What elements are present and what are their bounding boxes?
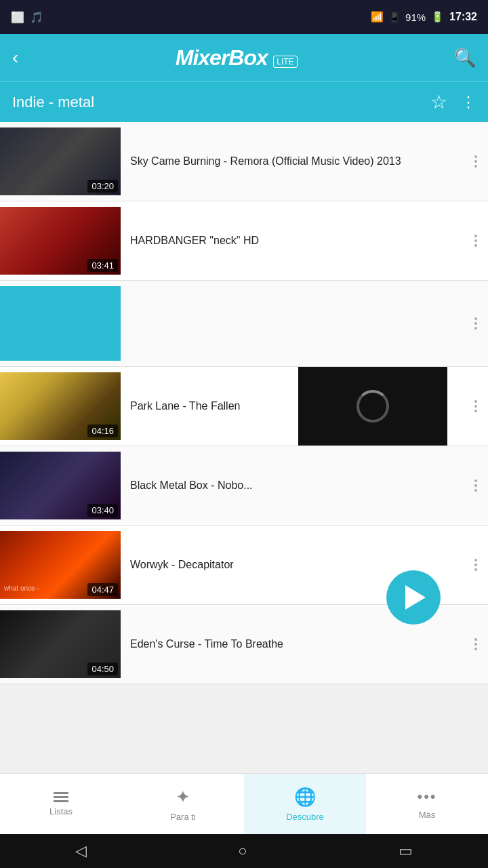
thumbnail: 03:41 <box>0 207 121 275</box>
thumbnail <box>0 286 121 361</box>
song-more-button[interactable] <box>472 553 480 576</box>
app-icon-1: ⬜ <box>11 11 24 24</box>
thumbnail: 03:20 <box>0 127 121 195</box>
song-title: HARDBANGER "neck" HD <box>130 235 259 246</box>
list-icon <box>54 792 68 802</box>
back-button[interactable]: ‹ <box>12 47 18 68</box>
thumbnail: 04:16 <box>0 372 121 440</box>
list-item[interactable]: 04:16 Park Lane - The Fallen <box>0 367 488 446</box>
top-bar: ‹ MixerBox LITE 🔍 <box>0 34 488 81</box>
nav-descubre[interactable]: 🌐 Descubre <box>244 774 366 834</box>
thumbnail-placeholder <box>0 286 121 361</box>
list-item[interactable]: what once - 04:47 Worwyk - Decapitator <box>0 526 488 605</box>
playlist-title: Indie - metal <box>12 94 94 111</box>
song-title: Worwyk - Decapitator <box>130 559 234 570</box>
loading-spinner <box>357 390 389 422</box>
nav-mas[interactable]: ••• Más <box>366 774 488 834</box>
play-icon <box>405 585 426 610</box>
battery-icon: 🔋 <box>431 11 444 23</box>
mas-icon: ••• <box>417 788 436 806</box>
song-title: Sky Came Burning - Remora (Official Musi… <box>130 155 401 167</box>
duration-badge: 03:40 <box>87 504 118 517</box>
list-item[interactable]: 03:40 Black Metal Box - Nobo... <box>0 446 488 526</box>
para-ti-icon: ✦ <box>176 787 190 808</box>
nav-para-ti[interactable]: ✦ Para ti <box>122 774 244 834</box>
nav-descubre-label: Descubre <box>286 812 324 822</box>
storage-icon: 📱 <box>389 12 400 22</box>
bottom-nav: Listas ✦ Para ti 🌐 Descubre ••• Más <box>0 773 488 834</box>
song-info: Eden's Curse - Time To Breathe <box>130 637 472 652</box>
thumbnail: 04:50 <box>0 610 121 678</box>
list-item[interactable]: 03:20 Sky Came Burning - Remora (Officia… <box>0 122 488 201</box>
duration-badge: 04:47 <box>87 583 118 596</box>
playlist-actions: ☆ ⋮ <box>430 91 476 113</box>
song-title: Eden's Curse - Time To Breathe <box>130 638 283 650</box>
duration-badge: 03:41 <box>87 259 118 272</box>
more-options-button[interactable]: ⋮ <box>461 94 476 111</box>
nav-mas-label: Más <box>419 810 436 820</box>
status-right: 📶 📱 91% 🔋 17:32 <box>371 11 477 23</box>
song-list: 03:20 Sky Came Burning - Remora (Officia… <box>0 122 488 684</box>
song-more-button[interactable] <box>472 150 480 173</box>
song-more-button[interactable] <box>472 474 480 497</box>
nav-listas-label: Listas <box>49 806 73 816</box>
song-info: HARDBANGER "neck" HD <box>130 234 472 248</box>
android-back-button[interactable]: ◁ <box>75 842 87 860</box>
android-home-button[interactable]: ○ <box>238 842 247 860</box>
playlist-header: Indie - metal ☆ ⋮ <box>0 81 488 122</box>
list-item[interactable]: 03:41 HARDBANGER "neck" HD <box>0 201 488 281</box>
clock: 17:32 <box>449 11 477 23</box>
duration-badge: 04:16 <box>87 425 118 437</box>
song-info: Sky Came Burning - Remora (Official Musi… <box>130 155 472 169</box>
song-info: Worwyk - Decapitator <box>130 558 472 572</box>
list-item[interactable] <box>0 281 488 367</box>
status-left: ⬜ 🎵 <box>11 11 43 24</box>
android-recent-button[interactable]: ▭ <box>399 842 413 860</box>
search-button[interactable]: 🔍 <box>454 47 476 68</box>
nav-listas[interactable]: Listas <box>0 774 122 834</box>
app-icon-2: 🎵 <box>30 11 43 24</box>
play-fab-button[interactable] <box>386 570 441 625</box>
video-loading-overlay <box>298 367 447 446</box>
logo: MixerBox LITE <box>18 45 454 71</box>
thumbnail: what once - 04:47 <box>0 531 121 599</box>
song-title: Black Metal Box - Nobo... <box>130 479 253 491</box>
thumbnail: 03:40 <box>0 452 121 519</box>
lite-badge: LITE <box>273 56 297 68</box>
song-info: Black Metal Box - Nobo... <box>130 479 472 493</box>
duration-badge: 04:50 <box>87 663 118 675</box>
song-more-button[interactable] <box>472 395 480 418</box>
status-bar: ⬜ 🎵 📶 📱 91% 🔋 17:32 <box>0 0 488 34</box>
android-nav-bar: ◁ ○ ▭ <box>0 834 488 868</box>
wifi-icon: 📶 <box>371 11 384 23</box>
nav-para-ti-label: Para ti <box>170 812 196 822</box>
descubre-icon: 🌐 <box>294 787 316 808</box>
song-more-button[interactable] <box>472 229 480 252</box>
battery-percent: 91% <box>405 12 426 23</box>
song-more-button[interactable] <box>472 633 480 656</box>
song-more-button[interactable] <box>472 312 480 335</box>
duration-badge: 03:20 <box>87 180 118 193</box>
favorite-button[interactable]: ☆ <box>430 91 447 113</box>
song-title: Park Lane - The Fallen <box>130 400 240 412</box>
logo-text: MixerBox <box>176 45 268 70</box>
